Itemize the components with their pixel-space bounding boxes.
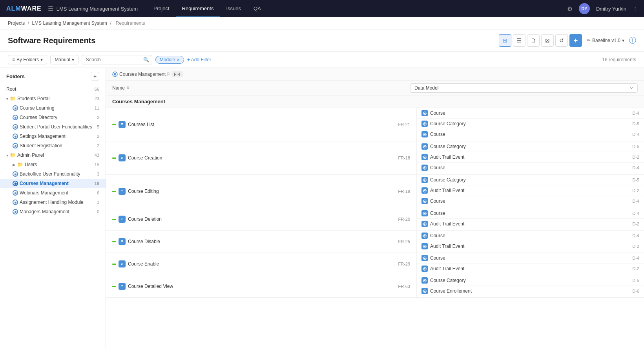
data-item: Course Category D-5: [417, 275, 644, 286]
chevron-down-icon: ▾: [40, 57, 43, 62]
svg-point-3: [424, 112, 425, 114]
tab-requirements[interactable]: Requirements: [176, 0, 220, 17]
sidebar-label: Courses Directory: [20, 115, 57, 120]
app-logo[interactable]: ALMWARE: [6, 5, 42, 12]
data-item-badge: D-5: [632, 278, 639, 283]
sidebar-count: 2: [97, 143, 99, 148]
sidebar-count: 2: [97, 134, 99, 139]
manual-sort-button[interactable]: Manual ▾: [50, 55, 78, 64]
data-item: Course Enrollement D-6: [417, 286, 644, 296]
data-item: Course D-4: [417, 231, 644, 241]
data-item-badge: D-4: [632, 132, 639, 137]
req-name[interactable]: Course Creation: [128, 155, 392, 161]
sidebar-item-courses-management[interactable]: ◉ Courses Management 16: [0, 179, 106, 188]
content-breadcrumb: Courses Management ⎘ F-4: [112, 71, 183, 77]
data-icon: [421, 288, 428, 294]
req-right: Course Category D-5 Audit Trail Event D-…: [416, 141, 644, 174]
data-item: Course Category D-5: [417, 175, 644, 185]
req-left: Course Disable FR-25: [106, 231, 416, 253]
module-filter-chip[interactable]: Module ✕: [155, 56, 184, 64]
tab-project[interactable]: Project: [147, 0, 175, 17]
data-item: Course D-4: [417, 108, 644, 119]
sidebar-label: Assignement Handling Module: [20, 200, 84, 205]
req-name[interactable]: Course Deletion: [128, 216, 392, 222]
sidebar-item-admin-panel[interactable]: ▾ 📁 Admin Panel 43: [0, 150, 106, 160]
req-left: Course Detailed View FR-63: [106, 275, 416, 297]
by-folders-button[interactable]: ≡ By Folders ▾: [8, 55, 47, 64]
view-doc-button[interactable]: 🗋: [527, 34, 540, 47]
sidebar-item-assignment-handling[interactable]: ◉ Assignement Handling Module 3: [0, 198, 106, 207]
svg-point-21: [424, 212, 425, 214]
sidebar-count: 15: [95, 162, 99, 167]
breadcrumb-projects[interactable]: Projects: [8, 20, 25, 26]
data-item-name: Course: [430, 233, 445, 238]
chip-close-icon[interactable]: ✕: [177, 58, 180, 62]
req-name[interactable]: Courses List: [128, 122, 392, 127]
data-icon: [421, 131, 428, 137]
module-icon: ◉: [13, 190, 18, 196]
req-name[interactable]: Course Detailed View: [128, 284, 392, 289]
search-wrap: 🔍: [82, 55, 152, 64]
data-item: Course Category D-5: [417, 119, 644, 129]
data-item-name: Course Category: [430, 278, 466, 283]
nav-more-icon[interactable]: ⋮: [633, 6, 638, 12]
req-name[interactable]: Course Disable: [128, 239, 392, 244]
sidebar-item-course-learning[interactable]: ◉ Course Learning 11: [0, 103, 106, 113]
sort-icon[interactable]: ⇅: [126, 86, 130, 90]
svg-point-29: [424, 257, 425, 259]
help-icon[interactable]: ⓘ: [629, 36, 636, 45]
data-item-name: Audit Trail Event: [430, 266, 464, 271]
menu-icon[interactable]: ☰: [48, 5, 53, 13]
chevron-down-icon: ▾: [6, 153, 8, 158]
sidebar-add-button[interactable]: +: [91, 72, 99, 81]
sidebar-item-backoffice-user[interactable]: ◉ Backoffice User Functionality 3: [0, 169, 106, 179]
sidebar-item-managers-management[interactable]: ◉ Managers Management 0: [0, 207, 106, 216]
section-title: Courses Management: [112, 99, 165, 104]
content-area: Courses Management ⎘ F-4 Name ⇅ Data Mod…: [106, 68, 644, 348]
module-icon: ◉: [13, 171, 18, 177]
baseline-button[interactable]: ✏ Baseline v1.0 ▾: [587, 38, 624, 43]
sidebar-label: Students Portal: [17, 96, 49, 101]
sidebar-item-student-portal-user[interactable]: ◉ Student Portal User Functionalities 5: [0, 122, 106, 132]
sidebar-item-courses-directory[interactable]: ◉ Courses Directory 3: [0, 113, 106, 122]
req-icon: [119, 216, 126, 223]
search-icon: 🔍: [143, 57, 149, 62]
user-name: Dmitry Yurkin: [596, 6, 626, 12]
root-label: Root: [6, 86, 16, 92]
sidebar-item-users[interactable]: ▶ 📁 Users 15: [0, 160, 106, 169]
data-item-badge: D-2: [632, 244, 639, 249]
data-item: Course Category D-5: [417, 141, 644, 152]
req-badge: FR-20: [398, 217, 410, 222]
sidebar-item-student-registration[interactable]: ◉ Student Registration 2: [0, 141, 106, 150]
add-button[interactable]: +: [569, 34, 582, 47]
view-grid-button[interactable]: ⊞: [499, 34, 511, 47]
module-icon: ◉: [13, 209, 18, 214]
breadcrumb: Projects / LMS Learning Management Syste…: [0, 17, 644, 29]
tab-issues[interactable]: Issues: [220, 0, 247, 17]
sidebar-item-settings-management[interactable]: ◉ Settings Management 2: [0, 132, 106, 141]
breadcrumb-system[interactable]: LMS Learning Management System: [32, 20, 107, 26]
req-badge: FR-63: [398, 284, 410, 289]
priority-indicator: [112, 219, 116, 220]
view-collapse-button[interactable]: ⊠: [541, 34, 554, 47]
view-refresh-button[interactable]: ↺: [555, 34, 568, 47]
sidebar-label: Managers Management: [20, 209, 69, 214]
svg-point-11: [424, 156, 425, 158]
sidebar-header: Folders +: [0, 68, 106, 84]
sidebar-item-webinars-management[interactable]: ◉ Webinars Management 6: [0, 188, 106, 198]
tab-qa[interactable]: QA: [247, 0, 267, 17]
req-name[interactable]: Course Editing: [128, 189, 392, 194]
req-right: Course D-4 Course Category D-5 Course: [416, 108, 644, 141]
settings-icon[interactable]: ⚙: [567, 5, 573, 13]
data-model-select[interactable]: Data Model: [410, 83, 638, 93]
view-list-button[interactable]: ☰: [513, 34, 525, 47]
table-row: Course Editing FR-19 Course Category D-5…: [106, 175, 644, 208]
add-filter-button[interactable]: + Add Filter: [187, 57, 211, 62]
req-name[interactable]: Course Enable: [128, 261, 392, 267]
search-input[interactable]: [82, 55, 152, 64]
col-name-header: Name ⇅: [112, 85, 410, 91]
priority-indicator: [112, 286, 116, 287]
folder-icon: 📁: [17, 162, 23, 167]
data-item-badge: D-2: [632, 222, 639, 226]
sidebar-item-students-portal[interactable]: ▾ 📁 Students Portal 23: [0, 94, 106, 103]
